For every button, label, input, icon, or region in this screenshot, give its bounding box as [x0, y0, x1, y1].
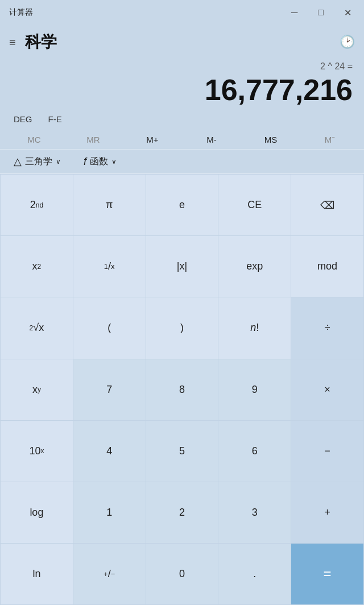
9-button[interactable]: 9: [218, 359, 291, 420]
deg-button[interactable]: DEG: [11, 113, 35, 125]
trig-dropdown[interactable]: △ 三角学 ∨: [9, 153, 65, 170]
10-power-x-button[interactable]: 10x: [1, 421, 73, 482]
exp-button[interactable]: exp: [218, 236, 291, 297]
pi-button[interactable]: π: [73, 175, 146, 235]
ms-button[interactable]: MS: [241, 132, 300, 147]
ln-button[interactable]: ln: [1, 544, 73, 604]
ce-button[interactable]: CE: [218, 175, 291, 235]
0-button[interactable]: 0: [146, 544, 218, 604]
4-button[interactable]: 4: [73, 421, 146, 482]
3-button[interactable]: 3: [218, 482, 291, 543]
trig-label: 三角学: [25, 156, 52, 168]
func-chevron: ∨: [111, 158, 117, 165]
mode-row: DEG F-E: [0, 109, 364, 130]
mminus2-button[interactable]: M−: [300, 132, 359, 147]
minimize-button[interactable]: ─: [288, 6, 301, 19]
5-button[interactable]: 5: [146, 421, 218, 482]
open-paren-button[interactable]: (: [73, 297, 146, 358]
x-power-y-button[interactable]: xy: [1, 359, 73, 420]
func-italic-icon: f: [84, 156, 86, 168]
7-button[interactable]: 7: [73, 359, 146, 420]
2-button[interactable]: 2: [146, 482, 218, 543]
equals-button[interactable]: =: [291, 544, 363, 604]
backspace-button[interactable]: ⌫: [291, 175, 363, 235]
close-button[interactable]: ✕: [341, 6, 355, 19]
subtract-button[interactable]: −: [291, 421, 363, 482]
abs-button[interactable]: |x|: [146, 236, 218, 297]
memory-row: MC MR M+ M- MS M−: [0, 130, 364, 149]
mminus-button[interactable]: M-: [182, 132, 241, 147]
2nd-button[interactable]: 2nd: [1, 175, 73, 235]
result-display: 16,777,216: [11, 74, 353, 106]
divide-button[interactable]: ÷: [291, 297, 363, 358]
sqrt-button[interactable]: 2√x: [1, 297, 73, 358]
title-controls: ─ □ ✕: [288, 6, 355, 19]
maximize-button[interactable]: □: [315, 6, 327, 19]
1-button[interactable]: 1: [73, 482, 146, 543]
mod-button[interactable]: mod: [291, 236, 363, 297]
calc-grid: 2nd π e CE ⌫ x2 1/x |x| exp mod 2√x ( ) …: [0, 174, 364, 605]
func-dropdown[interactable]: f 函数 ∨: [79, 154, 121, 170]
func-row: △ 三角学 ∨ f 函数 ∨: [0, 149, 364, 174]
log-button[interactable]: log: [1, 482, 73, 543]
x-squared-button[interactable]: x2: [1, 236, 73, 297]
func-label: 函数: [90, 156, 108, 168]
negate-button[interactable]: +/−: [73, 544, 146, 604]
header: ≡ 科学 🕑: [0, 25, 364, 57]
fe-button[interactable]: F-E: [46, 113, 64, 125]
mr-button[interactable]: MR: [64, 132, 123, 147]
expression: 2 ^ 24 =: [11, 61, 353, 72]
multiply-button[interactable]: ×: [291, 359, 363, 420]
close-paren-button[interactable]: ): [146, 297, 218, 358]
menu-icon[interactable]: ≡: [9, 36, 16, 49]
add-button[interactable]: +: [291, 482, 363, 543]
title-bar: 计算器 ─ □ ✕: [0, 0, 364, 25]
history-icon[interactable]: 🕑: [340, 35, 355, 49]
trig-chevron: ∨: [56, 158, 61, 165]
mc-button[interactable]: MC: [5, 132, 64, 147]
euler-button[interactable]: e: [146, 175, 218, 235]
app-title: 科学: [25, 31, 340, 53]
reciprocal-button[interactable]: 1/x: [73, 236, 146, 297]
8-button[interactable]: 8: [146, 359, 218, 420]
decimal-button[interactable]: .: [218, 544, 291, 604]
6-button[interactable]: 6: [218, 421, 291, 482]
display-area: 2 ^ 24 = 16,777,216: [0, 57, 364, 109]
mplus-button[interactable]: M+: [123, 132, 182, 147]
factorial-button[interactable]: n!: [218, 297, 291, 358]
app-name: 计算器: [9, 7, 33, 18]
triangle-icon: △: [14, 155, 22, 168]
